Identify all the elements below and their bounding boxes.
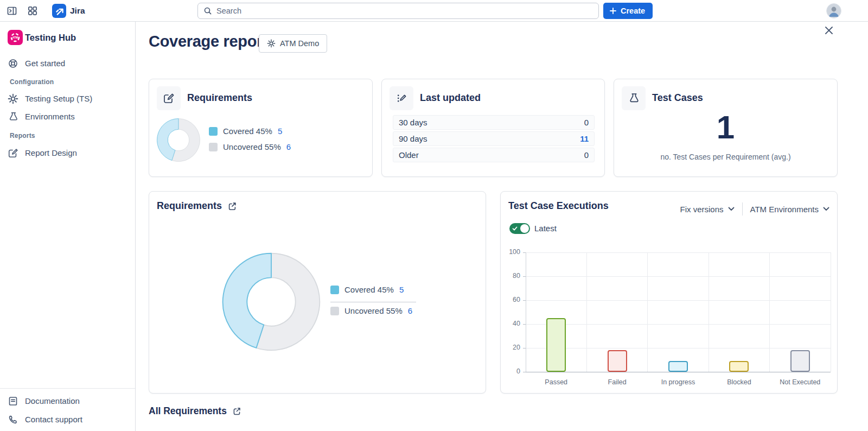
legend-covered: Covered 45% 5	[330, 285, 404, 294]
sidebar-item-contact-support[interactable]: Contact support	[0, 411, 135, 428]
sidebar-item-documentation[interactable]: Documentation	[0, 393, 135, 409]
covered-count-link[interactable]: 5	[278, 126, 282, 136]
last-updated-table: 30 days 0 90 days 11 Older 0	[393, 115, 595, 164]
phone-icon	[8, 414, 18, 425]
sidebar-collapse-icon[interactable]	[7, 5, 17, 16]
sidebar-item-report-design[interactable]: Report Design	[0, 145, 135, 161]
sidebar-item-get-started[interactable]: Get started	[0, 55, 135, 72]
y-axis-label: 40	[500, 320, 520, 327]
coverage-report-screen: Jira Create	[0, 0, 868, 431]
page-title: Coverage report	[149, 33, 268, 50]
legend-label: Covered 45%	[344, 285, 394, 294]
executions-bar-chart: 020406080100PassedFailedIn progressBlock…	[526, 252, 831, 372]
test-cases-average-value: 1	[614, 110, 837, 145]
card-title: Last updated	[420, 92, 481, 104]
sidebar-item-label: Contact support	[25, 415, 82, 424]
row-label: 90 days	[399, 134, 427, 143]
gear-icon	[8, 93, 18, 104]
app-switcher-icon[interactable]	[27, 5, 38, 16]
testing-hub-logo-icon: ATM	[8, 30, 23, 45]
jira-logo-icon[interactable]	[52, 4, 66, 18]
project-selector-button[interactable]: ATM Demo	[259, 34, 327, 53]
sidebar-hub-header[interactable]: ATM Testing Hub	[0, 29, 135, 47]
sidebar-item-label: Get started	[25, 59, 65, 68]
gridline-vertical	[526, 252, 526, 372]
requirements-detail-link[interactable]: Requirements	[157, 200, 237, 212]
edit-icon	[8, 148, 18, 159]
sidebar-item-label: Environments	[25, 112, 75, 121]
app-name: Jira	[70, 6, 85, 16]
uncovered-swatch	[330, 307, 339, 315]
card-title: Requirements	[187, 92, 252, 104]
row-value-link[interactable]: 11	[580, 134, 589, 143]
plus-icon	[609, 7, 617, 15]
card-title: Test Case Executions	[508, 200, 609, 212]
sidebar-item-label: Documentation	[25, 396, 80, 405]
table-row: 90 days 11	[393, 131, 595, 146]
fix-versions-dropdown[interactable]: Fix versions	[680, 205, 735, 214]
search-input[interactable]	[216, 7, 569, 15]
document-icon	[8, 396, 18, 407]
gridline-horizontal	[526, 252, 831, 253]
row-value: 0	[584, 118, 589, 127]
legend-covered: Covered 45% 5	[209, 126, 282, 136]
bar-blocked[interactable]	[729, 361, 749, 372]
sidebar-item-environments[interactable]: Environments	[0, 109, 135, 125]
gridline-vertical	[647, 252, 648, 372]
requirements-donut-chart-large	[220, 250, 323, 353]
create-button[interactable]: Create	[603, 3, 653, 19]
bar-not-executed[interactable]	[790, 350, 810, 372]
user-avatar[interactable]	[826, 3, 841, 18]
bar-in-progress[interactable]	[668, 361, 688, 372]
covered-swatch	[330, 286, 339, 294]
global-search[interactable]	[197, 3, 599, 19]
sidebar-section-reports: Reports	[10, 132, 35, 140]
legend-label: Uncovered 55%	[223, 142, 281, 151]
y-axis-label: 100	[500, 248, 520, 256]
table-row: Older 0	[393, 148, 595, 162]
x-axis-label: Blocked	[709, 378, 769, 386]
requirements-detail-card: Requirements Covered 45% 5 Uncovered 55%…	[149, 191, 486, 394]
y-axis-label: 60	[500, 296, 520, 303]
sidebar: ATM Testing Hub Get started Configuratio…	[0, 22, 136, 431]
toggle-label: Latest	[534, 224, 557, 233]
bar-failed[interactable]	[608, 350, 627, 372]
toggle-knob	[520, 224, 529, 233]
svg-text:ATM: ATM	[12, 36, 18, 39]
row-value: 0	[584, 150, 589, 160]
requirements-donut-chart	[156, 117, 201, 163]
legend-divider	[330, 302, 416, 302]
card-title: Requirements	[157, 200, 222, 212]
lifebuoy-icon	[8, 58, 18, 69]
row-label: 30 days	[399, 118, 427, 127]
x-axis-label: Passed	[526, 378, 586, 386]
test-cases-card: Test Cases 1 no. Test Cases per Requirem…	[614, 79, 838, 177]
test-case-executions-card: Test Case Executions Fix versions ATM En…	[500, 191, 838, 394]
gridline-horizontal	[526, 348, 831, 348]
table-row: 30 days 0	[393, 115, 595, 130]
covered-swatch	[209, 127, 218, 136]
legend-uncovered: Uncovered 55% 6	[330, 306, 412, 315]
list-edit-icon	[390, 86, 413, 110]
gridline-horizontal	[526, 300, 831, 301]
test-cases-caption: no. Test Cases per Requirement (avg.)	[614, 153, 837, 161]
sidebar-footer: Documentation Contact support	[0, 388, 135, 431]
card-title: Test Cases	[652, 92, 703, 104]
executions-title: Test Case Executions	[508, 200, 609, 212]
sidebar-item-label: Testing Setup (TS)	[25, 94, 92, 103]
close-icon[interactable]	[823, 24, 835, 36]
row-label: Older	[399, 150, 419, 160]
bar-passed[interactable]	[546, 318, 566, 372]
create-button-label: Create	[621, 7, 645, 15]
all-requirements-link[interactable]: All Requirements	[149, 405, 241, 417]
gridline-vertical	[586, 252, 587, 372]
x-axis-label: Failed	[586, 378, 647, 386]
filter-divider	[742, 202, 743, 216]
atm-environments-dropdown[interactable]: ATM Environments	[750, 205, 829, 214]
latest-toggle[interactable]	[509, 223, 530, 234]
uncovered-count-link[interactable]: 6	[286, 142, 291, 151]
uncovered-count-link[interactable]: 6	[408, 306, 412, 315]
sidebar-item-testing-setup[interactable]: Testing Setup (TS)	[0, 91, 135, 107]
legend-label: Uncovered 55%	[344, 306, 403, 315]
covered-count-link[interactable]: 5	[399, 285, 404, 294]
